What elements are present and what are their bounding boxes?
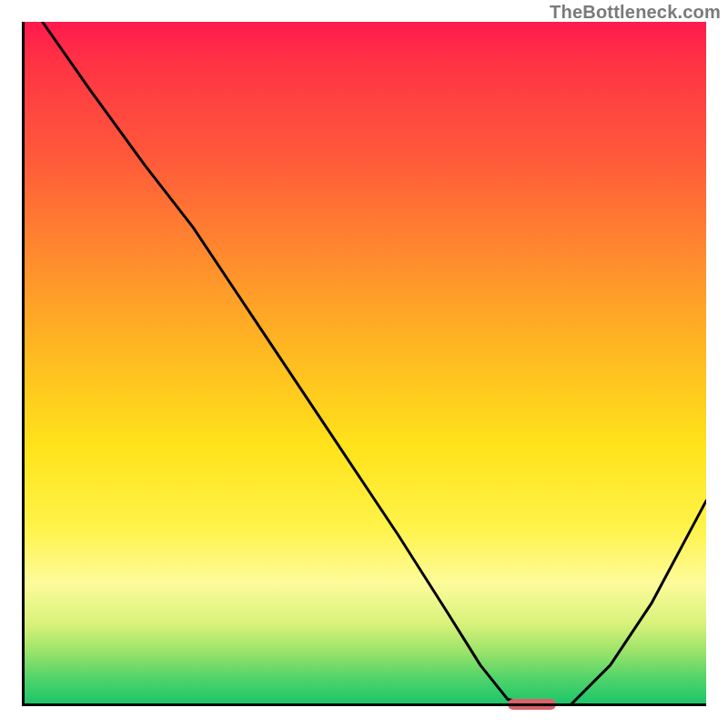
watermark-text: TheBottleneck.com <box>550 2 721 23</box>
chart-container: TheBottleneck.com <box>0 0 728 728</box>
curve-svg <box>22 22 706 706</box>
optimal-marker <box>508 699 556 710</box>
bottleneck-curve-path <box>43 22 706 706</box>
plot-area <box>22 22 706 706</box>
